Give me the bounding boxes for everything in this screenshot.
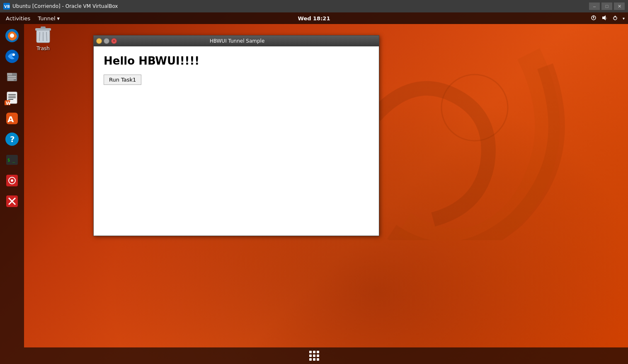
svg-text:W: W [6, 101, 11, 105]
svg-line-43 [46, 32, 47, 41]
ubuntu-bottom-bar [0, 347, 628, 364]
svg-text:?: ? [10, 134, 15, 144]
app-menu-label: Tunnel [38, 15, 55, 22]
dot-7 [309, 358, 312, 361]
trash-label: Trash [36, 46, 50, 51]
svg-rect-24 [8, 99, 13, 100]
svg-rect-23 [8, 97, 16, 98]
svg-point-14 [12, 53, 15, 56]
dot-6 [317, 354, 319, 357]
activities-button[interactable]: Activities [3, 14, 33, 22]
svg-point-0 [441, 75, 508, 141]
vbox-maximize-button[interactable]: □ [601, 2, 612, 10]
wallpaper-decoration [371, 33, 578, 240]
desktop-trash[interactable]: Trash [33, 23, 53, 51]
vbox-close-button[interactable]: ✕ [614, 2, 625, 10]
svg-rect-21 [8, 94, 16, 95]
svg-rect-19 [8, 80, 14, 80]
svg-rect-22 [8, 96, 16, 96]
dock-item-broken[interactable] [2, 191, 22, 211]
dialog-minimize-button[interactable] [96, 38, 102, 44]
svg-text:VB: VB [4, 5, 10, 9]
svg-text:$ _: $ _ [7, 158, 15, 163]
dot-8 [313, 358, 315, 361]
svg-rect-17 [8, 76, 16, 77]
dock-item-help[interactable]: ? [2, 129, 22, 149]
dock-item-dconf[interactable] [2, 171, 22, 190]
run-task-button[interactable]: Run Task1 [104, 75, 141, 85]
terminal-icon: $ _ [5, 152, 19, 167]
svg-rect-16 [7, 73, 12, 75]
dock-item-software[interactable]: A [2, 108, 22, 128]
vbox-icon: VB [3, 3, 10, 10]
dialog-title: HBWUI Tunnel Sample [117, 38, 357, 44]
dialog-titlebar: ✕ HBWUI Tunnel Sample [94, 36, 379, 46]
dconf-icon [5, 173, 19, 188]
panel-left: Activities Tunnel ▾ [3, 14, 60, 22]
software-icon: A [5, 111, 19, 126]
dialog-window-buttons: ✕ [96, 38, 117, 44]
svg-point-35 [11, 179, 13, 182]
app-menu-arrow: ▾ [57, 15, 60, 22]
trash-icon [33, 23, 53, 44]
dock-item-firefox[interactable] [2, 26, 22, 46]
help-icon: ? [5, 132, 19, 147]
svg-line-41 [39, 32, 40, 41]
panel-datetime[interactable]: Wed 18:21 [298, 15, 330, 22]
power-icon[interactable] [612, 14, 618, 22]
dot-4 [309, 354, 312, 357]
system-menu-arrow[interactable]: ▾ [623, 16, 625, 21]
dot-9 [317, 358, 319, 361]
dock-item-files[interactable] [2, 67, 22, 87]
dot-2 [313, 351, 315, 353]
vbox-title-buttons: – □ ✕ [589, 2, 625, 10]
dock-item-thunderbird[interactable] [2, 46, 22, 66]
firefox-icon [5, 28, 19, 43]
dialog-heading: Hello HBWUI!!!! [104, 55, 369, 67]
broken-icon [5, 194, 19, 209]
dot-3 [317, 351, 319, 353]
dock-item-terminal[interactable]: $ _ [2, 150, 22, 170]
panel-right: ) ▾ [590, 14, 625, 22]
ubuntu-dock: W A ? $ _ [0, 24, 24, 347]
dot-1 [309, 351, 312, 353]
desktop: VB Ubuntu [Corriendo] - Oracle VM Virtua… [0, 0, 628, 364]
vbox-titlebar: VB Ubuntu [Corriendo] - Oracle VM Virtua… [0, 0, 628, 12]
dialog-content: Hello HBWUI!!!! Run Task1 [94, 46, 379, 236]
svg-point-12 [10, 34, 14, 38]
svg-marker-6 [602, 15, 606, 20]
network-icon[interactable] [590, 14, 597, 22]
show-apps-button[interactable] [308, 349, 321, 362]
dot-5 [313, 354, 315, 357]
svg-rect-18 [8, 78, 16, 79]
files-icon [5, 70, 19, 84]
volume-icon[interactable]: ) [601, 14, 608, 22]
svg-text:A: A [7, 114, 14, 124]
thunderbird-icon [5, 49, 19, 64]
app-menu[interactable]: Tunnel ▾ [38, 15, 60, 22]
svg-text:): ) [606, 17, 607, 19]
vbox-minimize-button[interactable]: – [589, 2, 600, 10]
ubuntu-top-panel: Activities Tunnel ▾ Wed 18:21 ) [0, 12, 628, 24]
writer-icon: W [5, 90, 19, 105]
dots-grid [309, 351, 319, 361]
dialog-close-button[interactable]: ✕ [111, 38, 117, 44]
dialog-window: ✕ HBWUI Tunnel Sample Hello HBWUI!!!! Ru… [93, 35, 379, 236]
dialog-maximize-button[interactable] [104, 38, 109, 44]
svg-rect-45 [41, 27, 46, 29]
vbox-title-text: Ubuntu [Corriendo] - Oracle VM VirtualBo… [12, 3, 118, 9]
vbox-title-left: VB Ubuntu [Corriendo] - Oracle VM Virtua… [3, 3, 118, 10]
dock-item-writer[interactable]: W [2, 88, 22, 108]
